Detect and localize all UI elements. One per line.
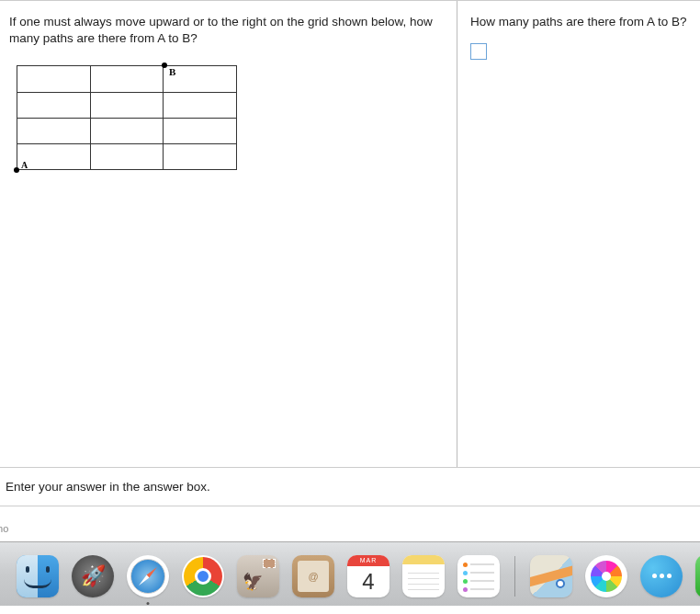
- launchpad-icon[interactable]: 🚀: [72, 555, 114, 597]
- answer-input[interactable]: [470, 43, 487, 60]
- chrome-icon[interactable]: [182, 555, 224, 597]
- question-text-left: If one must always move upward or to the…: [9, 14, 446, 47]
- point-b-label: B: [169, 66, 175, 77]
- question-right-panel: How many paths are there from A to B?: [457, 1, 700, 467]
- notes-icon[interactable]: [402, 555, 445, 597]
- content-area: If one must always move upward or to the…: [0, 0, 700, 467]
- macos-dock: 🚀 🦅 @ MAR 4: [0, 541, 700, 606]
- truncated-text: mo: [0, 523, 8, 534]
- question-text-right: How many paths are there from A to B?: [470, 14, 689, 30]
- grid-diagram: A B: [15, 63, 239, 172]
- question-left-panel: If one must always move upward or to the…: [0, 1, 457, 467]
- safari-icon[interactable]: [127, 555, 169, 597]
- reminders-icon[interactable]: [457, 555, 500, 597]
- page-gap: mo: [0, 506, 700, 541]
- calendar-icon[interactable]: MAR 4: [347, 555, 390, 597]
- mail-icon[interactable]: 🦅: [237, 555, 279, 597]
- contacts-icon[interactable]: @: [292, 555, 334, 597]
- point-a-label: A: [21, 160, 28, 170]
- instruction-bar: Enter your answer in the answer box.: [0, 467, 700, 506]
- point-b-dot: [162, 63, 167, 68]
- facetime-icon[interactable]: [695, 555, 700, 597]
- photos-icon[interactable]: [585, 555, 627, 597]
- dock-divider: [514, 556, 515, 597]
- finder-icon[interactable]: [17, 555, 59, 597]
- calendar-day: 4: [347, 566, 390, 597]
- messages-icon[interactable]: [640, 555, 683, 597]
- maps-icon[interactable]: [530, 555, 572, 597]
- calendar-month: MAR: [347, 555, 390, 566]
- point-a-dot: [14, 167, 19, 173]
- grid-table: [17, 65, 237, 170]
